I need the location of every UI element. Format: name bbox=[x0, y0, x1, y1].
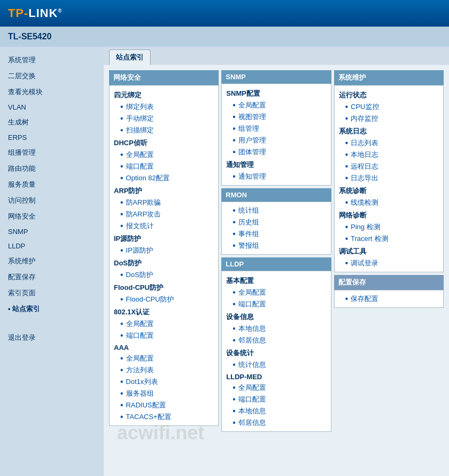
cat-sysdiag: 系统诊断 bbox=[335, 184, 443, 197]
link-cable-test[interactable]: •线缆检测 bbox=[335, 197, 443, 208]
link-dot1x-global[interactable]: •全局配置 bbox=[110, 318, 218, 330]
link-snmp-community[interactable]: •团体管理 bbox=[222, 146, 330, 158]
link-log-export[interactable]: •日志导出 bbox=[335, 172, 443, 184]
cat-arp: ARP防护 bbox=[110, 184, 218, 197]
link-snmp-group[interactable]: •组管理 bbox=[222, 123, 330, 135]
link-snmp-global[interactable]: •全局配置 bbox=[222, 99, 330, 111]
link-lldp-global[interactable]: •全局配置 bbox=[222, 287, 330, 298]
link-local-log[interactable]: •本地日志 bbox=[335, 149, 443, 161]
link-bindlist[interactable]: •绑定列表 bbox=[110, 101, 218, 113]
sidebar-item-sysmanage[interactable]: 系统管理 bbox=[0, 52, 104, 68]
link-debug-login[interactable]: •调试登录 bbox=[335, 257, 443, 269]
snmp-body: SNMP配置 •全局配置 •视图管理 •组管理 •用户管理 •团体管理 通知管理… bbox=[221, 83, 331, 186]
cfgsave-body: •保存配置 bbox=[334, 290, 444, 308]
tab-bar: 站点索引 bbox=[104, 47, 449, 65]
link-aaa-dot1x[interactable]: •Dot1x列表 bbox=[110, 376, 218, 388]
link-option82[interactable]: •Option 82配置 bbox=[110, 172, 218, 184]
sub-header: TL-SE5420 bbox=[0, 27, 449, 47]
link-dos[interactable]: •DoS防护 bbox=[110, 269, 218, 281]
link-lldpmed-neighbor[interactable]: •邻居信息 bbox=[222, 417, 330, 429]
netsec-body: 四元绑定 •绑定列表 •手动绑定 •扫描绑定 DHCP侦听 •全局配置 •端口配… bbox=[109, 85, 219, 426]
sidebar-item-sysmaint[interactable]: 系统维护 bbox=[0, 253, 104, 269]
logout-button[interactable]: 退出登录 bbox=[0, 328, 104, 348]
link-notify[interactable]: •通知管理 bbox=[222, 171, 330, 182]
link-cpu-monitor[interactable]: •CPU监控 bbox=[335, 101, 443, 113]
link-snmp-view[interactable]: •视图管理 bbox=[222, 111, 330, 123]
link-lldp-neighbor[interactable]: •邻居信息 bbox=[222, 335, 330, 346]
cat-notify: 通知管理 bbox=[222, 158, 330, 171]
link-manualbind[interactable]: •手动绑定 bbox=[110, 113, 218, 124]
cfgsave-header: 配置保存 bbox=[334, 275, 444, 290]
header: TP-LINK® bbox=[0, 0, 449, 27]
tab-siteindex[interactable]: 站点索引 bbox=[109, 49, 151, 65]
cat-floodcpu: Flood-CPU防护 bbox=[110, 281, 218, 294]
link-arp-attack[interactable]: •防ARP攻击 bbox=[110, 208, 218, 220]
link-arp-stats[interactable]: •报文统计 bbox=[110, 220, 218, 232]
rmon-body: •统计组 •历史组 •事件组 •警报组 bbox=[221, 202, 331, 255]
link-ipsrc[interactable]: •IP源防护 bbox=[110, 245, 218, 256]
link-dhcp-global[interactable]: •全局配置 bbox=[110, 149, 218, 161]
link-dot1x-port[interactable]: •端口配置 bbox=[110, 330, 218, 341]
cat-syslog: 系统日志 bbox=[335, 124, 443, 137]
sysmaint-body: 运行状态 •CPU监控 •内存监控 系统日志 •日志列表 •本地日志 •远程日志… bbox=[334, 85, 444, 272]
sidebar-item-snmp[interactable]: SNMP bbox=[0, 224, 104, 239]
link-rmon-event[interactable]: •事件组 bbox=[222, 228, 330, 240]
logo-tp: TP- bbox=[8, 6, 28, 20]
sysmaint-header: 系统维护 bbox=[334, 70, 444, 85]
link-log-list[interactable]: •日志列表 bbox=[335, 137, 443, 149]
link-lldpmed-local[interactable]: •本地信息 bbox=[222, 405, 330, 417]
link-ping[interactable]: •Ping 检测 bbox=[335, 221, 443, 233]
sidebar-item-routing[interactable]: 路由功能 bbox=[0, 161, 104, 177]
link-lldp-local[interactable]: •本地信息 bbox=[222, 323, 330, 335]
cat-snmpcfg: SNMP配置 bbox=[222, 87, 330, 99]
sidebar-item-stp[interactable]: 生成树 bbox=[0, 114, 104, 130]
sidebar-item-indexpage[interactable]: 索引页面 bbox=[0, 285, 104, 301]
logo-trademark: ® bbox=[58, 8, 62, 14]
link-rmon-stats[interactable]: •统计组 bbox=[222, 205, 330, 216]
sidebar-item-optmodule[interactable]: 查看光模块 bbox=[0, 84, 104, 100]
cat-netdiag: 网络诊断 bbox=[335, 208, 443, 221]
sidebar-item-layer2[interactable]: 二层交换 bbox=[0, 68, 104, 84]
cat-ipsrc: IP源防护 bbox=[110, 232, 218, 245]
sidebar-item-erps[interactable]: ERPS bbox=[0, 130, 104, 145]
link-dhcp-port[interactable]: •端口配置 bbox=[110, 161, 218, 172]
link-aaa-servergroup[interactable]: •服务器组 bbox=[110, 388, 218, 399]
cat-lldp-devinfo: 设备信息 bbox=[222, 310, 330, 323]
sidebar-item-acl[interactable]: 访问控制 bbox=[0, 193, 104, 208]
logo: TP-LINK® bbox=[8, 6, 62, 20]
cat-lldp-devstats: 设备统计 bbox=[222, 346, 330, 359]
sidebar-item-siteindex[interactable]: • 站点索引 bbox=[0, 301, 104, 317]
link-lldp-port[interactable]: •端口配置 bbox=[222, 298, 330, 310]
link-snmp-user[interactable]: •用户管理 bbox=[222, 135, 330, 146]
link-lldpmed-global[interactable]: •全局配置 bbox=[222, 382, 330, 394]
link-rmon-alarm[interactable]: •警报组 bbox=[222, 240, 330, 252]
sidebar: 系统管理 二层交换 查看光模块 VLAN 生成树 ERPS 组播管理 路由功能 … bbox=[0, 47, 104, 476]
link-tacacs-cfg[interactable]: •TACACS+配置 bbox=[110, 411, 218, 423]
link-scanbind[interactable]: •扫描绑定 bbox=[110, 124, 218, 136]
netsec-header: 网络安全 bbox=[109, 70, 219, 85]
sidebar-item-multicast[interactable]: 组播管理 bbox=[0, 145, 104, 161]
sidebar-item-vlan[interactable]: VLAN bbox=[0, 100, 104, 114]
link-aaa-global[interactable]: •全局配置 bbox=[110, 353, 218, 364]
link-rmon-history[interactable]: •历史组 bbox=[222, 216, 330, 228]
link-lldpmed-port[interactable]: •端口配置 bbox=[222, 394, 330, 405]
link-aaa-method[interactable]: •方法列表 bbox=[110, 364, 218, 376]
link-mem-monitor[interactable]: •内存监控 bbox=[335, 113, 443, 124]
sidebar-item-lldp[interactable]: LLDP bbox=[0, 239, 104, 253]
col-sysmaint: 系统维护 运行状态 •CPU监控 •内存监控 系统日志 •日志列表 •本地日志 … bbox=[334, 70, 444, 432]
link-remote-log[interactable]: •远程日志 bbox=[335, 161, 443, 172]
cat-aaa: AAA bbox=[110, 341, 218, 353]
link-arp-spoof[interactable]: •防ARP欺骗 bbox=[110, 197, 218, 208]
cat-lldp-basic: 基本配置 bbox=[222, 274, 330, 287]
link-radius-cfg[interactable]: •RADIUS配置 bbox=[110, 399, 218, 411]
cat-dos: DoS防护 bbox=[110, 256, 218, 269]
link-save-cfg[interactable]: •保存配置 bbox=[335, 293, 443, 305]
link-floodcpu[interactable]: •Flood-CPU防护 bbox=[110, 294, 218, 305]
sidebar-item-qos[interactable]: 服务质量 bbox=[0, 177, 104, 193]
sidebar-item-cfgsave[interactable]: 配置保存 bbox=[0, 269, 104, 285]
link-tracert[interactable]: •Tracert 检测 bbox=[335, 233, 443, 245]
cat-lldpmed: LLDP-MED bbox=[222, 371, 330, 382]
site-index-content: 网络安全 四元绑定 •绑定列表 •手动绑定 •扫描绑定 DHCP侦听 •全局配置… bbox=[104, 65, 449, 437]
sidebar-item-netsec[interactable]: 网络安全 bbox=[0, 208, 104, 224]
link-lldp-stats[interactable]: •统计信息 bbox=[222, 359, 330, 371]
